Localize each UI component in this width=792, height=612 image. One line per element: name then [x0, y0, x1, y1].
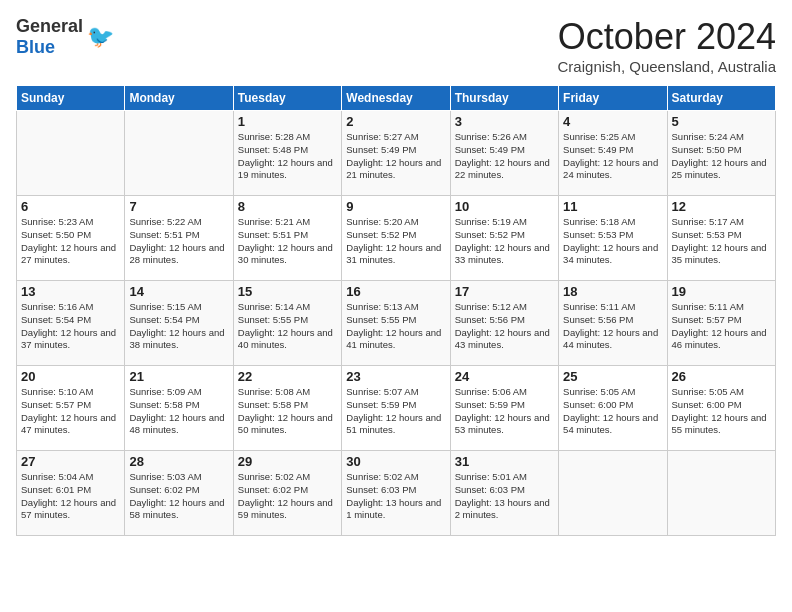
- day-number: 12: [672, 199, 771, 214]
- day-number: 19: [672, 284, 771, 299]
- day-info: Sunrise: 5:10 AM Sunset: 5:57 PM Dayligh…: [21, 386, 120, 437]
- day-info: Sunrise: 5:03 AM Sunset: 6:02 PM Dayligh…: [129, 471, 228, 522]
- day-info: Sunrise: 5:02 AM Sunset: 6:02 PM Dayligh…: [238, 471, 337, 522]
- logo-bird-icon: 🐦: [87, 24, 114, 50]
- day-info: Sunrise: 5:13 AM Sunset: 5:55 PM Dayligh…: [346, 301, 445, 352]
- day-info: Sunrise: 5:17 AM Sunset: 5:53 PM Dayligh…: [672, 216, 771, 267]
- day-cell: 6Sunrise: 5:23 AM Sunset: 5:50 PM Daylig…: [17, 196, 125, 281]
- day-cell: 5Sunrise: 5:24 AM Sunset: 5:50 PM Daylig…: [667, 111, 775, 196]
- day-cell: 18Sunrise: 5:11 AM Sunset: 5:56 PM Dayli…: [559, 281, 667, 366]
- day-cell: 20Sunrise: 5:10 AM Sunset: 5:57 PM Dayli…: [17, 366, 125, 451]
- calendar-header-row: SundayMondayTuesdayWednesdayThursdayFrid…: [17, 86, 776, 111]
- day-number: 15: [238, 284, 337, 299]
- day-info: Sunrise: 5:14 AM Sunset: 5:55 PM Dayligh…: [238, 301, 337, 352]
- day-info: Sunrise: 5:23 AM Sunset: 5:50 PM Dayligh…: [21, 216, 120, 267]
- day-number: 27: [21, 454, 120, 469]
- day-info: Sunrise: 5:07 AM Sunset: 5:59 PM Dayligh…: [346, 386, 445, 437]
- day-number: 25: [563, 369, 662, 384]
- day-cell: [667, 451, 775, 536]
- day-info: Sunrise: 5:16 AM Sunset: 5:54 PM Dayligh…: [21, 301, 120, 352]
- day-cell: 10Sunrise: 5:19 AM Sunset: 5:52 PM Dayli…: [450, 196, 558, 281]
- day-info: Sunrise: 5:27 AM Sunset: 5:49 PM Dayligh…: [346, 131, 445, 182]
- day-cell: 26Sunrise: 5:05 AM Sunset: 6:00 PM Dayli…: [667, 366, 775, 451]
- column-header-saturday: Saturday: [667, 86, 775, 111]
- day-info: Sunrise: 5:21 AM Sunset: 5:51 PM Dayligh…: [238, 216, 337, 267]
- day-info: Sunrise: 5:18 AM Sunset: 5:53 PM Dayligh…: [563, 216, 662, 267]
- day-number: 31: [455, 454, 554, 469]
- week-row-5: 27Sunrise: 5:04 AM Sunset: 6:01 PM Dayli…: [17, 451, 776, 536]
- day-number: 4: [563, 114, 662, 129]
- day-info: Sunrise: 5:08 AM Sunset: 5:58 PM Dayligh…: [238, 386, 337, 437]
- day-cell: 31Sunrise: 5:01 AM Sunset: 6:03 PM Dayli…: [450, 451, 558, 536]
- day-info: Sunrise: 5:25 AM Sunset: 5:49 PM Dayligh…: [563, 131, 662, 182]
- day-cell: 8Sunrise: 5:21 AM Sunset: 5:51 PM Daylig…: [233, 196, 341, 281]
- day-info: Sunrise: 5:19 AM Sunset: 5:52 PM Dayligh…: [455, 216, 554, 267]
- column-header-monday: Monday: [125, 86, 233, 111]
- logo-general: General: [16, 16, 83, 36]
- day-number: 17: [455, 284, 554, 299]
- day-number: 6: [21, 199, 120, 214]
- logo-text: General Blue: [16, 16, 83, 58]
- logo-blue: Blue: [16, 37, 55, 57]
- day-info: Sunrise: 5:11 AM Sunset: 5:56 PM Dayligh…: [563, 301, 662, 352]
- day-info: Sunrise: 5:02 AM Sunset: 6:03 PM Dayligh…: [346, 471, 445, 522]
- day-cell: 24Sunrise: 5:06 AM Sunset: 5:59 PM Dayli…: [450, 366, 558, 451]
- day-info: Sunrise: 5:09 AM Sunset: 5:58 PM Dayligh…: [129, 386, 228, 437]
- day-number: 24: [455, 369, 554, 384]
- title-block: October 2024 Craignish, Queensland, Aust…: [558, 16, 776, 75]
- day-info: Sunrise: 5:06 AM Sunset: 5:59 PM Dayligh…: [455, 386, 554, 437]
- week-row-1: 1Sunrise: 5:28 AM Sunset: 5:48 PM Daylig…: [17, 111, 776, 196]
- day-cell: 29Sunrise: 5:02 AM Sunset: 6:02 PM Dayli…: [233, 451, 341, 536]
- day-number: 16: [346, 284, 445, 299]
- day-info: Sunrise: 5:24 AM Sunset: 5:50 PM Dayligh…: [672, 131, 771, 182]
- day-info: Sunrise: 5:20 AM Sunset: 5:52 PM Dayligh…: [346, 216, 445, 267]
- day-number: 26: [672, 369, 771, 384]
- day-cell: 7Sunrise: 5:22 AM Sunset: 5:51 PM Daylig…: [125, 196, 233, 281]
- day-cell: 9Sunrise: 5:20 AM Sunset: 5:52 PM Daylig…: [342, 196, 450, 281]
- day-number: 11: [563, 199, 662, 214]
- day-number: 28: [129, 454, 228, 469]
- week-row-4: 20Sunrise: 5:10 AM Sunset: 5:57 PM Dayli…: [17, 366, 776, 451]
- day-cell: [125, 111, 233, 196]
- day-number: 2: [346, 114, 445, 129]
- day-cell: 22Sunrise: 5:08 AM Sunset: 5:58 PM Dayli…: [233, 366, 341, 451]
- day-number: 30: [346, 454, 445, 469]
- day-info: Sunrise: 5:04 AM Sunset: 6:01 PM Dayligh…: [21, 471, 120, 522]
- day-number: 7: [129, 199, 228, 214]
- day-number: 9: [346, 199, 445, 214]
- day-info: Sunrise: 5:26 AM Sunset: 5:49 PM Dayligh…: [455, 131, 554, 182]
- day-cell: 3Sunrise: 5:26 AM Sunset: 5:49 PM Daylig…: [450, 111, 558, 196]
- day-number: 23: [346, 369, 445, 384]
- day-info: Sunrise: 5:15 AM Sunset: 5:54 PM Dayligh…: [129, 301, 228, 352]
- week-row-2: 6Sunrise: 5:23 AM Sunset: 5:50 PM Daylig…: [17, 196, 776, 281]
- column-header-friday: Friday: [559, 86, 667, 111]
- day-cell: 15Sunrise: 5:14 AM Sunset: 5:55 PM Dayli…: [233, 281, 341, 366]
- day-cell: 1Sunrise: 5:28 AM Sunset: 5:48 PM Daylig…: [233, 111, 341, 196]
- day-cell: 2Sunrise: 5:27 AM Sunset: 5:49 PM Daylig…: [342, 111, 450, 196]
- day-cell: 27Sunrise: 5:04 AM Sunset: 6:01 PM Dayli…: [17, 451, 125, 536]
- column-header-tuesday: Tuesday: [233, 86, 341, 111]
- day-info: Sunrise: 5:05 AM Sunset: 6:00 PM Dayligh…: [672, 386, 771, 437]
- calendar-table: SundayMondayTuesdayWednesdayThursdayFrid…: [16, 85, 776, 536]
- day-info: Sunrise: 5:11 AM Sunset: 5:57 PM Dayligh…: [672, 301, 771, 352]
- column-header-sunday: Sunday: [17, 86, 125, 111]
- day-cell: 11Sunrise: 5:18 AM Sunset: 5:53 PM Dayli…: [559, 196, 667, 281]
- day-number: 13: [21, 284, 120, 299]
- day-number: 20: [21, 369, 120, 384]
- day-info: Sunrise: 5:28 AM Sunset: 5:48 PM Dayligh…: [238, 131, 337, 182]
- day-number: 3: [455, 114, 554, 129]
- page-header: General Blue 🐦 October 2024 Craignish, Q…: [16, 16, 776, 75]
- day-cell: 14Sunrise: 5:15 AM Sunset: 5:54 PM Dayli…: [125, 281, 233, 366]
- day-cell: 12Sunrise: 5:17 AM Sunset: 5:53 PM Dayli…: [667, 196, 775, 281]
- day-number: 18: [563, 284, 662, 299]
- day-number: 21: [129, 369, 228, 384]
- calendar-title: October 2024: [558, 16, 776, 58]
- day-number: 14: [129, 284, 228, 299]
- day-number: 8: [238, 199, 337, 214]
- day-number: 10: [455, 199, 554, 214]
- week-row-3: 13Sunrise: 5:16 AM Sunset: 5:54 PM Dayli…: [17, 281, 776, 366]
- day-cell: 30Sunrise: 5:02 AM Sunset: 6:03 PM Dayli…: [342, 451, 450, 536]
- day-cell: [17, 111, 125, 196]
- day-cell: 17Sunrise: 5:12 AM Sunset: 5:56 PM Dayli…: [450, 281, 558, 366]
- day-number: 1: [238, 114, 337, 129]
